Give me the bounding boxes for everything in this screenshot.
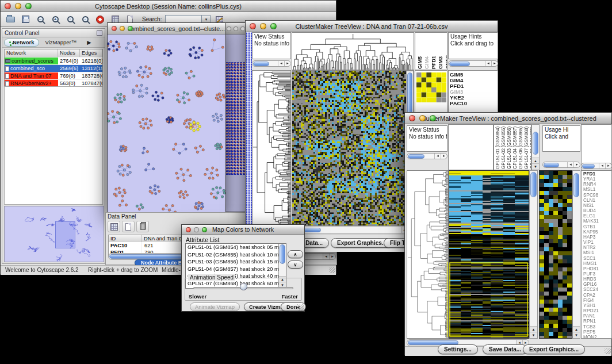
resize-grip[interactable] [605,348,611,354]
create-attribute-icon[interactable] [122,221,135,232]
zoom-in-icon[interactable] [49,14,62,25]
gene-label[interactable]: SEC24 [582,287,611,292]
tab-network[interactable]: Network [4,39,39,47]
gene-label[interactable]: HMG1 [582,261,611,266]
open-file-icon[interactable] [4,14,17,25]
attribute-item[interactable]: GPL51-01 (GSM854) heat shock 05 min [186,244,278,251]
array-dendrogram[interactable] [448,124,494,170]
gene-label[interactable]: PAN1 [582,313,611,319]
scroll-left-icon[interactable]: ◄ [434,154,441,159]
gene-label[interactable]: KAP95 [582,229,611,235]
heatmap-view[interactable]: ▲ ▼ [292,70,414,226]
detail-vscrollbar[interactable]: ▲ ▼ [572,170,580,339]
zoom-window-icon[interactable] [25,3,32,9]
minimize-icon[interactable] [15,3,21,9]
minimize-icon[interactable] [234,26,238,31]
gene-dendrogram[interactable] [252,70,291,226]
move-up-button[interactable]: ∧ [288,250,303,258]
scroll-down-icon[interactable]: ▼ [532,163,539,170]
scroll-right-icon[interactable]: ► [441,154,447,159]
network-row[interactable]: combined_scores2764(0)16218(0) [5,57,102,64]
scroll-left-icon[interactable]: ◄ [323,254,329,259]
usage-hints-scrollbar[interactable]: ◄► [542,162,580,168]
attribute-item[interactable]: GPL51-04 (GSM857) heat shock 20 min [186,266,278,273]
help-icon[interactable] [94,14,106,25]
close-icon[interactable] [409,115,415,121]
zoom-selected-icon[interactable] [79,14,91,25]
zoom-window-icon[interactable] [270,23,277,29]
gene-label[interactable]: MSI1 [582,250,611,255]
settings-button[interactable]: Settings... [438,344,478,354]
array-label[interactable]: GPL51-04 (GSM857) [512,127,518,169]
network-row[interactable]: combined_sco2569(6)13112(15) [5,64,102,72]
col-network[interactable]: Network [5,49,58,57]
scroll-right-icon[interactable]: ► [284,61,290,66]
array-labels-scrollbar[interactable]: ▲ ▼ [531,124,540,170]
close-icon[interactable] [5,3,11,9]
zoom-window-icon[interactable] [430,115,436,121]
network-view-titlebar[interactable]: combined_scores_good.txt--cluste... [108,23,225,35]
treeview-combined-titlebar[interactable]: ClusterMaker TreeView : combined_scores_… [405,113,611,124]
gene-label[interactable]: FIG4 [582,298,611,303]
gene-label[interactable]: SPC98 [582,193,611,198]
gene-label[interactable]: RPN1 [582,319,611,324]
close-icon[interactable] [227,26,231,31]
array-label[interactable]: GPL51-01 (GSM854) [495,127,500,169]
array-label[interactable]: GPL51-07 (GSM868) [524,127,529,169]
col-nodes[interactable]: Nodes [58,49,80,57]
save-icon[interactable] [19,14,32,25]
array-label[interactable]: YKE2 [445,55,447,69]
scroll-left-icon[interactable]: ◄ [278,61,284,66]
minimize-icon[interactable] [194,227,199,232]
tab-vizmapper[interactable]: VizMapper™ [40,39,81,47]
gene-label[interactable]: GTB1 [582,224,611,229]
gene-label[interactable]: PEP5 [582,329,611,335]
array-label[interactable]: GPL51-02 (GSM855) [501,127,506,169]
treeview-dna-titlebar[interactable]: ClusterMaker TreeView : DNA and Tran 07-… [246,21,498,32]
array-label[interactable]: PFD1 [431,56,437,69]
array-label[interactable]: GIM5 [417,56,423,69]
attribute-item[interactable]: GPL51-02 (GSM855) heat shock 10 min [186,251,278,259]
close-icon[interactable] [112,26,117,31]
scroll-right-icon[interactable]: ► [329,254,335,259]
float-panel-icon[interactable] [97,30,102,36]
zoom-window-icon[interactable] [202,227,207,232]
gene-label[interactable]: MON2 [582,335,611,339]
array-label[interactable]: GPL51-06 (GSM865) [518,127,523,169]
gene-labels-scrollbar[interactable]: ◄► [581,163,612,169]
heatmap-view[interactable] [449,170,529,339]
gene-label[interactable]: PHO81 [582,266,611,271]
scroll-down-icon[interactable]: ▼ [530,332,537,338]
zoomed-detail-view[interactable] [539,170,572,339]
gene-label[interactable]: PUF3 [582,271,611,277]
scroll-left-icon[interactable]: ◄ [567,162,573,167]
array-label[interactable]: GPL51-03 (GSM856) [507,127,512,169]
gene-label[interactable]: MSL1 [582,187,611,192]
minimize-icon[interactable] [419,115,426,121]
export-graphics-button[interactable]: Export Graphics... [523,344,585,354]
speed-slider-thumb[interactable] [240,283,247,290]
close-icon[interactable] [250,23,256,29]
resize-grip[interactable] [329,267,335,273]
gene-label[interactable]: BUD4 [582,208,611,213]
network-row[interactable]: DNA and Tran 07769(0)183728(0) [5,72,102,79]
gene-label[interactable]: MAK31 [582,219,611,224]
gene-label[interactable]: CPA2 [582,293,611,298]
map-colors-titlebar[interactable]: Map Colors to Network [182,225,304,235]
gene-label[interactable]: TCB3 [582,324,611,329]
view-status-scrollbar[interactable]: ◄► [252,60,291,67]
animate-vizmap-button[interactable]: Animate Vizmap [190,302,240,311]
resize-grip[interactable] [297,304,304,311]
zoom-window-icon[interactable] [240,26,245,31]
array-label[interactable]: GIM4 [424,56,430,69]
scroll-down-icon[interactable]: ▼ [573,332,580,338]
minimize-icon[interactable] [260,23,266,29]
array-label[interactable]: GIM3 [438,56,443,69]
attribute-item[interactable]: GPL51-03 (GSM856) heat shock 15 min [186,258,278,266]
delete-attribute-icon[interactable] [136,221,149,232]
gene-label[interactable]: PAC10 [449,101,498,106]
cytoscape-titlebar[interactable]: Cytoscape Desktop (Session Name: collins… [1,1,336,12]
global-overview-strip[interactable] [246,32,252,226]
gene-label[interactable]: CLN1 [582,198,611,203]
gene-label[interactable]: SEC1 [582,256,611,261]
